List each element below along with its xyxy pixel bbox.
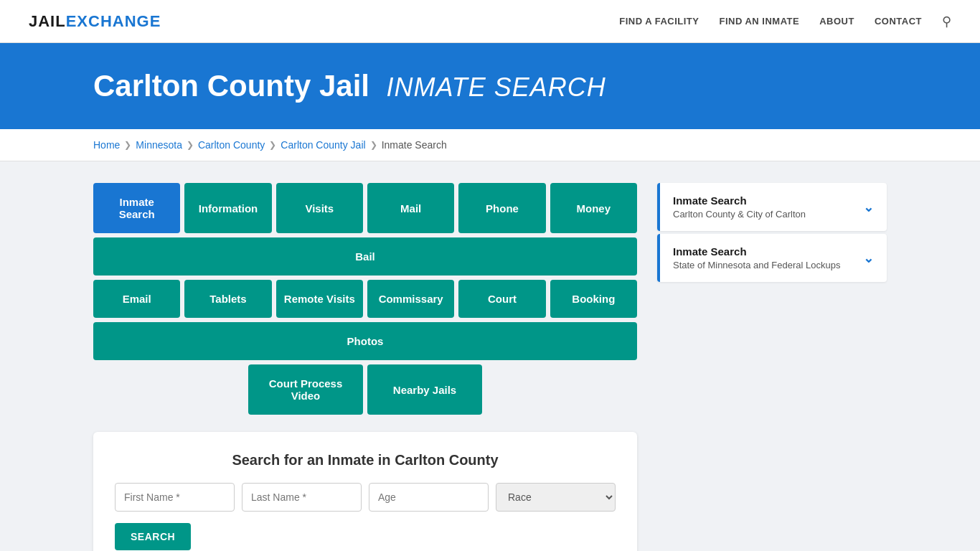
btn-money[interactable]: Money [550,183,637,233]
first-name-input[interactable] [115,483,235,512]
logo-jail: JAIL [29,12,66,30]
nav-contact[interactable]: CONTACT [875,16,922,27]
search-button[interactable]: SEARCH [115,523,191,550]
breadcrumb-sep-3: ❯ [269,140,276,150]
hero-title-main: Carlton County Jail [93,69,369,103]
sidebar-card-1-title: Inmate Search Carlton County & City of C… [673,194,806,220]
btn-commissary[interactable]: Commissary [367,280,454,318]
header: JAILEXCHANGE FIND A FACILITY FIND AN INM… [0,0,980,43]
age-input[interactable] [369,483,489,512]
btn-phone[interactable]: Phone [458,183,545,233]
logo-exchange: EXCHANGE [66,12,161,30]
nav-find-inmate[interactable]: FIND AN INMATE [719,16,799,27]
breadcrumb-sep-1: ❯ [124,140,131,150]
btn-nearby-jails[interactable]: Nearby Jails [367,364,482,415]
sidebar-card-2: Inmate Search State of Minnesota and Fed… [657,234,887,282]
btn-information[interactable]: Information [184,183,271,233]
main-content: Inmate Search Information Visits Mail Ph… [0,161,980,551]
btn-email[interactable]: Email [93,280,180,318]
btn-inmate-search[interactable]: Inmate Search [93,183,180,233]
page-title: Carlton County Jail INMATE SEARCH [93,69,951,103]
search-icon[interactable]: ⚲ [942,14,951,29]
breadcrumb-sep-2: ❯ [187,140,194,150]
breadcrumb-home[interactable]: Home [93,139,120,151]
sidebar-card-1-header[interactable]: Inmate Search Carlton County & City of C… [657,183,887,231]
nav-btn-row-3: Court Process Video Nearby Jails [93,364,637,415]
btn-photos[interactable]: Photos [93,322,637,360]
sidebar-card-2-main: Inmate Search [673,245,840,258]
race-select[interactable]: Race White Black Hispanic Asian Native A… [496,483,616,512]
search-form-row: Race White Black Hispanic Asian Native A… [115,483,616,512]
btn-remote-visits[interactable]: Remote Visits [276,280,363,318]
right-sidebar: Inmate Search Carlton County & City of C… [657,183,887,285]
btn-court[interactable]: Court [458,280,545,318]
nav-about[interactable]: ABOUT [819,16,854,27]
hero-title-sub: INMATE SEARCH [386,72,606,102]
sidebar-card-2-title: Inmate Search State of Minnesota and Fed… [673,245,840,270]
chevron-down-icon-1: ⌄ [863,199,874,215]
hero-banner: Carlton County Jail INMATE SEARCH [0,43,980,129]
search-form-title: Search for an Inmate in Carlton County [115,452,616,468]
btn-booking[interactable]: Booking [550,280,637,318]
nav-btn-row-2: Email Tablets Remote Visits Commissary C… [93,280,637,360]
breadcrumb-sep-4: ❯ [370,140,377,150]
btn-bail[interactable]: Bail [93,237,637,276]
main-nav: FIND A FACILITY FIND AN INMATE ABOUT CON… [619,14,951,29]
btn-mail[interactable]: Mail [367,183,454,233]
left-panel: Inmate Search Information Visits Mail Ph… [93,183,637,551]
sidebar-card-2-header[interactable]: Inmate Search State of Minnesota and Fed… [657,234,887,282]
search-form-card: Search for an Inmate in Carlton County R… [93,432,637,551]
sidebar-card-1-sub: Carlton County & City of Carlton [673,209,806,220]
breadcrumb: Home ❯ Minnesota ❯ Carlton County ❯ Carl… [0,129,980,161]
last-name-input[interactable] [242,483,362,512]
nav-btn-row-1: Inmate Search Information Visits Mail Ph… [93,183,637,276]
logo: JAILEXCHANGE [29,12,161,31]
btn-tablets[interactable]: Tablets [184,280,271,318]
breadcrumb-carlton-county-jail[interactable]: Carlton County Jail [281,139,365,151]
chevron-down-icon-2: ⌄ [863,250,874,266]
sidebar-card-1-main: Inmate Search [673,194,806,207]
btn-visits[interactable]: Visits [276,183,363,233]
breadcrumb-current: Inmate Search [382,139,447,151]
btn-court-process-video[interactable]: Court Process Video [248,364,363,415]
nav-buttons: Inmate Search Information Visits Mail Ph… [93,183,637,415]
breadcrumb-minnesota[interactable]: Minnesota [136,139,182,151]
breadcrumb-carlton-county[interactable]: Carlton County [198,139,265,151]
sidebar-card-1: Inmate Search Carlton County & City of C… [657,183,887,231]
nav-find-facility[interactable]: FIND A FACILITY [619,16,699,27]
sidebar-card-2-sub: State of Minnesota and Federal Lockups [673,260,840,270]
